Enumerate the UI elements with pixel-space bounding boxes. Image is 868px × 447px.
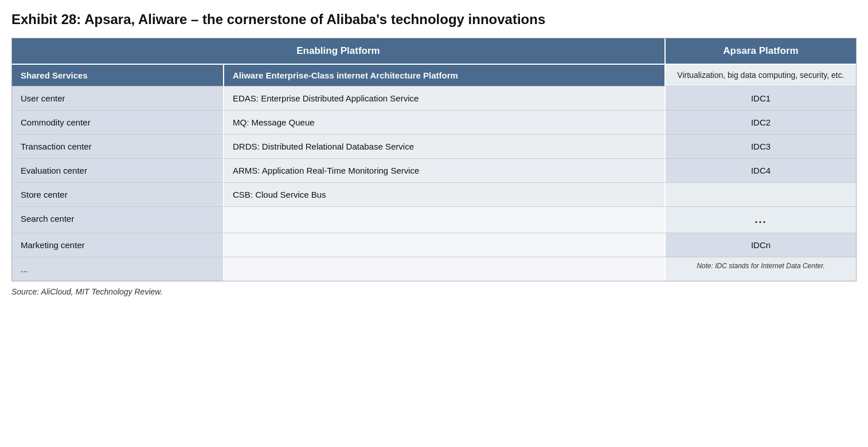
idc-cell: IDCn xyxy=(666,233,856,257)
table-row: ... Note: IDC stands for Internet Data C… xyxy=(12,257,856,281)
aliware-cell xyxy=(224,207,666,233)
aliware-cell: MQ: Message Queue xyxy=(224,111,666,134)
table-row: Store center CSB: Cloud Service Bus xyxy=(12,182,856,206)
idc-cell: Note: IDC stands for Internet Data Cente… xyxy=(666,257,856,281)
aliware-header: Aliware Enterprise-Class internet Archit… xyxy=(224,64,666,86)
idc-cell: IDC1 xyxy=(666,87,856,110)
idc-cell: IDC3 xyxy=(666,135,856,158)
aliware-cell: CSB: Cloud Service Bus xyxy=(224,183,666,206)
enabling-platform-header: Enabling Platform xyxy=(12,38,666,64)
table-row: User center EDAS: Enterprise Distributed… xyxy=(12,86,856,110)
shared-services-header: Shared Services xyxy=(12,64,224,86)
table-row: Transaction center DRDS: Distributed Rel… xyxy=(12,134,856,158)
header-row: Enabling Platform Apsara Platform xyxy=(12,38,856,64)
shared-cell: Evaluation center xyxy=(12,159,224,182)
diagram-wrapper: Enabling Platform Apsara Platform Shared… xyxy=(11,38,857,281)
shared-cell: User center xyxy=(12,87,224,110)
shared-cell: Marketing center xyxy=(12,233,224,257)
shared-cell: Search center xyxy=(12,207,224,233)
aliware-cell: DRDS: Distributed Relational Database Se… xyxy=(224,135,666,158)
aliware-cell: ARMS: Application Real-Time Monitoring S… xyxy=(224,159,666,182)
apsara-platform-header: Apsara Platform xyxy=(666,38,856,64)
footer: Source: AliCloud, MIT Technology Review. xyxy=(11,287,857,296)
apsara-desc: Virtualization, big data computing, secu… xyxy=(666,64,856,86)
idc-cell xyxy=(666,183,856,206)
idc-cell: ... xyxy=(666,207,856,233)
shared-cell: Commodity center xyxy=(12,111,224,134)
table-row: Commodity center MQ: Message Queue IDC2 xyxy=(12,110,856,134)
shared-cell: ... xyxy=(12,257,224,281)
idc-cell: IDC4 xyxy=(666,159,856,182)
aliware-cell: EDAS: Enterprise Distributed Application… xyxy=(224,87,666,110)
page-title: Exhibit 28: Apsara, Aliware – the corner… xyxy=(11,11,857,28)
aliware-cell xyxy=(224,233,666,257)
table-row: Search center ... xyxy=(12,206,856,233)
aliware-cell xyxy=(224,257,666,281)
shared-cell: Store center xyxy=(12,183,224,206)
table-row: Evaluation center ARMS: Application Real… xyxy=(12,158,856,182)
idc-cell: IDC2 xyxy=(666,111,856,134)
subheader-row: Shared Services Aliware Enterprise-Class… xyxy=(12,64,856,86)
shared-cell: Transaction center xyxy=(12,135,224,158)
table-row: Marketing center IDCn xyxy=(12,233,856,257)
